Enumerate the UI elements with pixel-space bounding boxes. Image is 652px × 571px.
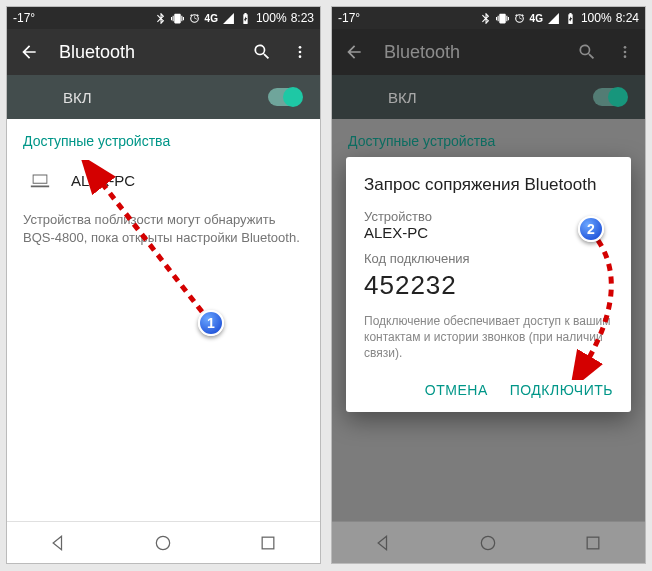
svg-point-7 <box>624 55 627 58</box>
network-4g-icon: 4G <box>530 13 543 24</box>
bluetooth-icon <box>479 12 492 25</box>
alarm-icon <box>188 12 201 25</box>
nav-back-icon[interactable] <box>374 533 394 553</box>
nav-back-icon[interactable] <box>49 533 69 553</box>
callout-badge-1: 1 <box>198 310 224 336</box>
vibrate-icon <box>171 12 184 25</box>
battery-icon <box>239 12 252 25</box>
battery-pct: 100% <box>581 11 612 25</box>
nav-bar <box>332 521 645 563</box>
toggle-label: ВКЛ <box>63 89 92 106</box>
pair-button[interactable]: ПОДКЛЮЧИТЬ <box>510 382 613 398</box>
search-icon[interactable] <box>252 42 272 62</box>
laptop-icon <box>29 169 51 191</box>
battery-pct: 100% <box>256 11 287 25</box>
device-row[interactable]: ALEX-PC <box>23 163 304 205</box>
nav-recent-icon[interactable] <box>258 533 278 553</box>
nav-recent-icon[interactable] <box>583 533 603 553</box>
svg-point-0 <box>299 46 302 49</box>
dialog-device-name: ALEX-PC <box>364 224 613 241</box>
clock: 8:24 <box>616 11 639 25</box>
svg-rect-9 <box>587 537 599 549</box>
menu-dots-icon[interactable] <box>617 42 633 62</box>
dialog-note: Подключение обеспечивает доступ к вашим … <box>364 313 613 362</box>
discoverable-hint: Устройства поблизости могут обнаружить B… <box>23 211 304 246</box>
battery-icon <box>564 12 577 25</box>
dialog-title: Запрос сопряжения Bluetooth <box>364 175 613 195</box>
app-bar: Bluetooth <box>7 29 320 75</box>
nav-home-icon[interactable] <box>153 533 173 553</box>
section-header: Доступные устройства <box>23 133 304 149</box>
app-bar: Bluetooth <box>332 29 645 75</box>
vibrate-icon <box>496 12 509 25</box>
signal-icon <box>222 12 235 25</box>
bluetooth-icon <box>154 12 167 25</box>
section-header: Доступные устройства <box>348 133 629 149</box>
status-bar: -17° 4G 100% 8:23 <box>7 7 320 29</box>
back-icon[interactable] <box>344 42 364 62</box>
temperature: -17° <box>13 11 35 25</box>
svg-point-5 <box>624 46 627 49</box>
page-title: Bluetooth <box>384 42 557 63</box>
network-4g-icon: 4G <box>205 13 218 24</box>
svg-point-6 <box>624 51 627 54</box>
toggle-switch[interactable] <box>268 88 302 106</box>
callout-badge-2: 2 <box>578 216 604 242</box>
page-title: Bluetooth <box>59 42 232 63</box>
code-label: Код подключения <box>364 251 613 266</box>
cancel-button[interactable]: ОТМЕНА <box>425 382 488 398</box>
pair-dialog: Запрос сопряжения Bluetooth Устройство A… <box>346 157 631 412</box>
svg-point-1 <box>299 51 302 54</box>
menu-dots-icon[interactable] <box>292 42 308 62</box>
toggle-label: ВКЛ <box>388 89 417 106</box>
svg-rect-4 <box>262 537 274 549</box>
toggle-switch[interactable] <box>593 88 627 106</box>
temperature: -17° <box>338 11 360 25</box>
device-name: ALEX-PC <box>71 172 135 189</box>
nav-bar <box>7 521 320 563</box>
clock: 8:23 <box>291 11 314 25</box>
bt-toggle-row[interactable]: ВКЛ <box>7 75 320 119</box>
device-label: Устройство <box>364 209 613 224</box>
svg-point-2 <box>299 55 302 58</box>
svg-point-8 <box>482 536 495 549</box>
bt-toggle-row[interactable]: ВКЛ <box>332 75 645 119</box>
pairing-code: 452232 <box>364 270 613 301</box>
nav-home-icon[interactable] <box>478 533 498 553</box>
search-icon[interactable] <box>577 42 597 62</box>
svg-point-3 <box>157 536 170 549</box>
status-bar: -17° 4G 100% 8:24 <box>332 7 645 29</box>
phone-left: -17° 4G 100% 8:23 Bluetooth ВКЛ Доступны… <box>6 6 321 564</box>
phone-right: -17° 4G 100% 8:24 Bluetooth ВКЛ Доступны… <box>331 6 646 564</box>
dialog-actions: ОТМЕНА ПОДКЛЮЧИТЬ <box>364 376 613 402</box>
content-area: Доступные устройства ALEX-PC Устройства … <box>7 119 320 521</box>
alarm-icon <box>513 12 526 25</box>
signal-icon <box>547 12 560 25</box>
back-icon[interactable] <box>19 42 39 62</box>
